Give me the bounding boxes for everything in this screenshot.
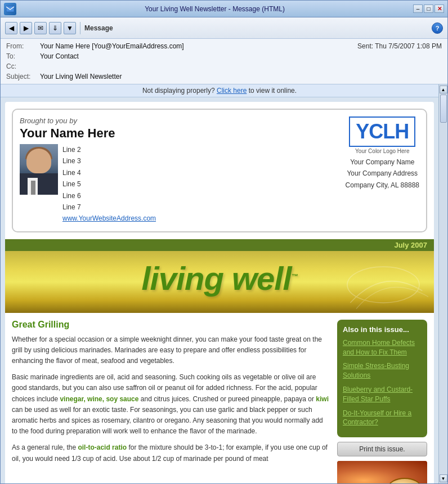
photo-background — [20, 144, 58, 195]
subject-value: Your Living Well Newsletter — [40, 73, 122, 80]
person-photo — [20, 144, 58, 195]
date-bar: July 2007 — [5, 239, 434, 251]
contact-line-2: Line 2 — [62, 144, 156, 155]
main-article: Great Grilling Whether for a special occ… — [12, 320, 337, 483]
app-icon — [4, 3, 16, 15]
email-headers: From: Your Name Here [You@YourEmailAddre… — [1, 39, 447, 84]
brought-by-text: Brought to you by — [20, 116, 346, 125]
svg-rect-0 — [6, 6, 14, 12]
email-body-container: Not displaying properly? Click here to v… — [1, 84, 447, 483]
not-displaying-text-before: Not displaying properly? — [142, 87, 215, 95]
window-controls: – □ ✕ — [413, 5, 444, 13]
sidebar-link-4[interactable]: Do-It-Yourself or Hire a Contractor? — [343, 409, 422, 428]
newsletter-header: Brought to you by Your Name Here — [12, 109, 427, 232]
sent-value: Sent: Thu 7/5/2007 1:08 PM — [357, 42, 442, 50]
header-photo-contact: Line 2 Line 3 Line 4 Line 5 Line 6 Line … — [20, 144, 346, 225]
toolbar-icon-4[interactable]: ⇓ — [49, 22, 61, 34]
to-label: To: — [6, 52, 40, 60]
content-area: Great Grilling Whether for a special occ… — [5, 313, 434, 483]
scroll-up-arrow[interactable]: ▲ — [440, 86, 447, 93]
vertical-scrollbar[interactable]: ▲ ▼ — [438, 84, 447, 483]
window-title: Your Living Well Newsletter - Message (H… — [20, 5, 410, 13]
toolbar-icon-2[interactable]: ▶ — [20, 22, 32, 34]
newsletter-box: Brought to you by Your Name Here — [5, 102, 434, 483]
print-button[interactable]: Print this issue. — [337, 442, 427, 456]
header-right: YCLH Your Color Logo Here Your Company N… — [346, 116, 419, 191]
article-paragraph-2: Basic marinade ingredients are oil, acid… — [12, 372, 330, 437]
scroll-down-arrow[interactable]: ▼ — [440, 474, 447, 482]
toolbar: ◀ ▶ ✉ ⇓ ▼ Message ? — [1, 17, 447, 39]
not-displaying-bar: Not displaying properly? Click here to v… — [1, 84, 438, 97]
logo-tagline: Your Color Logo Here — [346, 148, 419, 154]
contact-line-7: Line 7 — [62, 201, 156, 213]
photo-tie — [31, 181, 35, 195]
help-button[interactable]: ? — [432, 23, 443, 34]
toolbar-icon-1[interactable]: ◀ — [5, 22, 17, 34]
toolbar-icon-5[interactable]: ▼ — [64, 22, 76, 34]
company-info: Your Company Name Your Company Address C… — [346, 156, 419, 191]
banner-text: living well™ — [11, 262, 428, 295]
logo-text: YCLH — [356, 120, 409, 143]
sidebar: Also in this issue... Common Home Defect… — [337, 320, 427, 483]
close-button[interactable]: ✕ — [434, 5, 444, 13]
company-city: Company City, AL 88888 — [346, 180, 419, 191]
contact-line-4: Line 4 — [62, 167, 156, 178]
scroll-thumb[interactable] — [440, 95, 447, 123]
from-label: From: — [6, 42, 40, 50]
header-left: Brought to you by Your Name Here — [20, 116, 346, 225]
logo-box: YCLH — [349, 116, 415, 147]
contact-line-3: Line 3 — [62, 155, 156, 167]
to-row: To: Your Contact — [6, 51, 442, 61]
titlebar: Your Living Well Newsletter - Message (H… — [1, 1, 447, 17]
cc-row: Cc: — [6, 61, 442, 71]
to-value: Your Contact — [40, 52, 442, 60]
article-paragraph-1: Whether for a special occasion or a simp… — [12, 334, 330, 367]
sidebar-also-box: Also in this issue... Common Home Defect… — [337, 320, 427, 437]
company-name: Your Company Name — [346, 156, 419, 168]
trademark-symbol: ™ — [292, 272, 298, 280]
photo-face — [26, 149, 51, 173]
not-displaying-text-after: to view it online. — [249, 87, 297, 95]
email-scroll-area[interactable]: Not displaying properly? Click here to v… — [1, 84, 438, 483]
sidebar-link-2[interactable]: Simple Stress-Busting Solutions — [343, 361, 422, 380]
from-row: From: Your Name Here [You@YourEmailAddre… — [6, 41, 442, 51]
toolbar-separator — [80, 22, 80, 34]
newsletter-name: Your Name Here — [20, 126, 346, 141]
subject-label: Subject: — [6, 73, 40, 80]
sidebar-food-image — [337, 461, 427, 483]
email-window: Your Living Well Newsletter - Message (H… — [0, 0, 448, 484]
banner: living well™ — [5, 251, 434, 313]
contact-lines: Line 2 Line 3 Line 4 Line 5 Line 6 Line … — [62, 144, 156, 225]
sidebar-link-1[interactable]: Common Home Defects and How to Fix Them — [343, 338, 422, 357]
website-link[interactable]: www.YourWebsiteAddress.com — [62, 214, 156, 222]
maximize-button[interactable]: □ — [424, 5, 433, 13]
sidebar-link-3[interactable]: Blueberry and Custard-Filled Star Puffs — [343, 385, 422, 404]
company-address: Your Company Address — [346, 168, 419, 179]
contact-line-6: Line 6 — [62, 190, 156, 201]
article-title: Great Grilling — [12, 320, 330, 330]
click-here-link[interactable]: Click here — [217, 87, 247, 95]
minimize-button[interactable]: – — [413, 5, 423, 13]
sidebar-title: Also in this issue... — [343, 325, 422, 334]
article-paragraph-3: As a general rule, the oil-to-acid ratio… — [12, 442, 330, 464]
from-value: Your Name Here [You@YourEmailAddress.com… — [40, 42, 357, 50]
newsletter-content: Not displaying properly? Click here to v… — [1, 84, 438, 483]
photo-suit — [20, 173, 58, 195]
subject-row: Subject: Your Living Well Newsletter — [6, 71, 442, 82]
toolbar-icon-3[interactable]: ✉ — [34, 22, 47, 34]
toolbar-label: Message — [84, 24, 113, 32]
contact-line-5: Line 5 — [62, 178, 156, 190]
cc-label: Cc: — [6, 62, 40, 70]
